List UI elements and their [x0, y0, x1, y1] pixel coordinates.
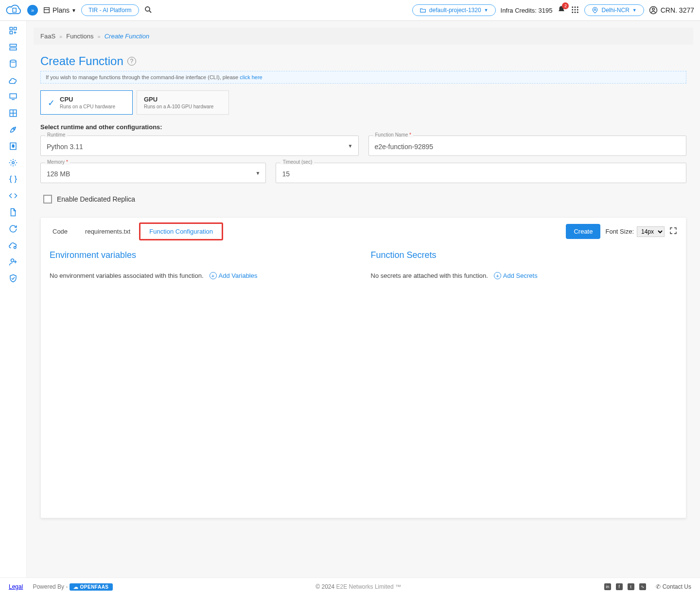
sidebar-dashboard-icon[interactable]: [8, 26, 18, 35]
tir-platform-button[interactable]: TIR - AI Platform: [81, 4, 139, 16]
cli-info-strip: If you wish to manage functions through …: [40, 71, 686, 84]
topbar: » Plans ▼ TIR - AI Platform default-proj…: [0, 0, 700, 21]
hardware-cpu-card[interactable]: ✓ CPU Runs on a CPU hardware: [40, 90, 133, 115]
chevron-right-icon: »: [98, 34, 101, 39]
svg-point-13: [577, 11, 578, 13]
plus-circle-icon: +: [494, 272, 501, 279]
tab-code[interactable]: Code: [44, 224, 76, 239]
contact-us-link[interactable]: ✆ Contact Us: [656, 583, 691, 590]
svg-point-3: [145, 7, 150, 11]
account-crn[interactable]: CRN. 3277: [649, 6, 694, 15]
sidebar-file-icon[interactable]: [8, 207, 18, 217]
svg-rect-1: [44, 8, 50, 13]
tab-requirements[interactable]: requirements.txt: [76, 224, 139, 239]
logo-icon: [6, 4, 22, 16]
svg-point-8: [572, 9, 574, 10]
legal-link[interactable]: Legal: [9, 583, 23, 590]
enable-replica-checkbox[interactable]: [43, 195, 52, 204]
sidebar-cloud-icon[interactable]: [8, 75, 18, 85]
sidebar-braces-icon[interactable]: [8, 174, 18, 184]
add-secrets-link[interactable]: + Add Secrets: [494, 272, 538, 279]
svg-rect-18: [14, 27, 17, 30]
sidebar-user-add-icon[interactable]: [8, 257, 18, 267]
chevron-right-icon: »: [59, 34, 62, 39]
sidebar-settings-icon[interactable]: [8, 158, 18, 168]
timeout-input[interactable]: [276, 163, 686, 183]
secrets-empty-text: No secrets are attached with this functi…: [371, 272, 488, 279]
plans-dropdown[interactable]: Plans ▼: [43, 6, 76, 14]
add-variables-link[interactable]: + Add Variables: [210, 272, 258, 279]
sidebar-monitor-icon[interactable]: [8, 92, 18, 102]
sidebar-grid-icon[interactable]: [8, 108, 18, 118]
svg-point-5: [572, 6, 574, 8]
notifications-button[interactable]: 2: [557, 5, 566, 16]
footer: Legal Powered By - ☁ OPENFAAS © 2024 E2E…: [0, 578, 700, 595]
create-button[interactable]: Create: [566, 224, 600, 239]
sidebar-shield-icon[interactable]: [8, 273, 18, 283]
tab-function-configuration[interactable]: Function Configuration: [139, 222, 223, 240]
svg-point-11: [572, 11, 574, 13]
sidebar-servers-icon[interactable]: [8, 42, 18, 52]
svg-point-6: [575, 6, 576, 8]
facebook-icon[interactable]: f: [616, 583, 623, 590]
rss-icon[interactable]: ∿: [639, 583, 646, 590]
env-variables-title: Environment variables: [50, 250, 356, 260]
fullscreen-icon[interactable]: [669, 227, 677, 236]
phone-icon: ✆: [656, 583, 661, 590]
function-name-field[interactable]: Function Name *: [368, 136, 687, 156]
svg-rect-17: [10, 27, 12, 30]
caret-down-icon: ▼: [71, 8, 76, 13]
font-size-select[interactable]: 14px: [637, 226, 665, 237]
editor-card: Code requirements.txt Function Configura…: [40, 217, 686, 518]
region-dropdown[interactable]: Delhi-NCR ▼: [584, 4, 644, 16]
svg-rect-0: [13, 8, 16, 13]
function-secrets-section: Function Secrets No secrets are attached…: [371, 250, 678, 279]
twitter-icon[interactable]: t: [628, 583, 634, 590]
memory-select[interactable]: Memory * 128 MB: [40, 163, 266, 183]
openfaas-badge: ☁ OPENFAAS: [70, 583, 113, 591]
enable-replica-label: Enable Dedicated Replica: [57, 195, 135, 203]
social-links: in f t ∿: [604, 583, 646, 590]
sidebar-code-icon[interactable]: [8, 191, 18, 201]
linkedin-icon[interactable]: in: [604, 583, 611, 590]
svg-point-28: [13, 128, 15, 130]
help-icon[interactable]: ?: [127, 57, 136, 66]
svg-point-33: [11, 259, 14, 262]
sidebar-toggle-button[interactable]: »: [27, 5, 38, 16]
svg-rect-20: [10, 44, 17, 47]
sidebar-database-icon[interactable]: [8, 59, 18, 68]
svg-point-10: [577, 9, 578, 10]
breadcrumb-root[interactable]: FaaS: [40, 33, 55, 40]
hardware-gpu-card[interactable]: GPU Runs on a A-100 GPU hardware: [137, 90, 229, 115]
env-empty-text: No environment variables associated with…: [50, 272, 204, 279]
apps-grid-icon[interactable]: [571, 5, 579, 16]
svg-rect-23: [10, 94, 17, 98]
sidebar-rocket-icon[interactable]: [8, 125, 18, 135]
svg-point-14: [595, 9, 596, 11]
notification-count-badge: 2: [562, 2, 569, 9]
breadcrumb: FaaS » Functions » Create Function: [34, 28, 693, 45]
svg-point-12: [575, 11, 576, 13]
sidebar-refresh-icon[interactable]: [8, 224, 18, 234]
cli-click-here-link[interactable]: click here: [240, 74, 262, 80]
svg-point-9: [575, 9, 576, 10]
function-name-input[interactable]: [368, 136, 687, 156]
sidebar-cloud-lock-icon[interactable]: [8, 240, 18, 250]
font-size-label: Font Size:: [605, 228, 634, 235]
sidebar-billing-icon[interactable]: $: [8, 141, 18, 151]
runtime-select[interactable]: Runtime Python 3.11: [40, 136, 359, 156]
check-icon: ✓: [48, 98, 55, 108]
svg-rect-19: [10, 32, 12, 34]
env-variables-section: Environment variables No environment var…: [50, 250, 356, 279]
project-dropdown[interactable]: default-project-1320 ▼: [412, 4, 496, 16]
svg-line-4: [149, 11, 151, 13]
page-title: Create Function ?: [40, 54, 686, 68]
breadcrumb-functions[interactable]: Functions: [66, 33, 93, 40]
svg-point-32: [14, 246, 17, 249]
plus-circle-icon: +: [210, 272, 217, 279]
search-icon[interactable]: [144, 5, 153, 16]
sidebar: $: [0, 21, 27, 578]
timeout-field[interactable]: Timeout (sec): [276, 163, 686, 183]
breadcrumb-current: Create Function: [105, 33, 150, 40]
svg-point-22: [10, 60, 16, 63]
